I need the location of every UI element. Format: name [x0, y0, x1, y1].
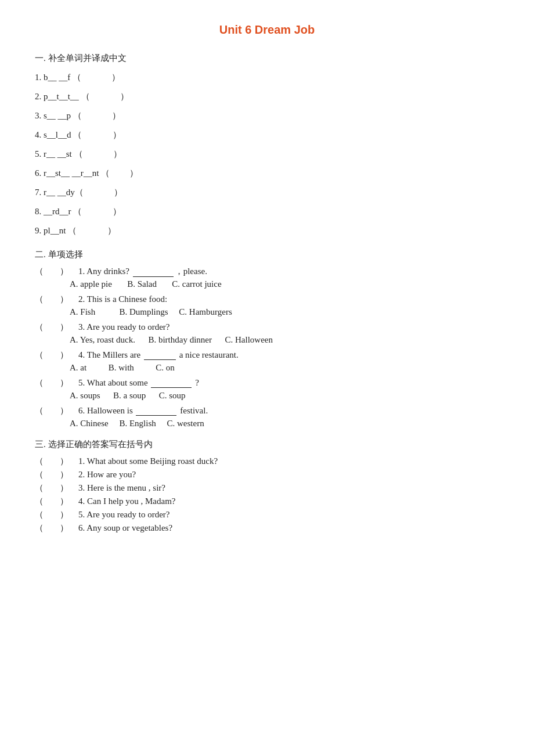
word-item-8: 8. __rd__r （ ）: [35, 204, 499, 219]
mc-question-1: （ ） 1. Any drinks? ，please.: [35, 266, 499, 277]
mc-num-5: 5. What about some ?: [78, 378, 199, 388]
word-item-6: 6. r__st__ __r__nt （ ）: [35, 165, 499, 181]
word-item-7: 7. r__ __dy（ ）: [35, 185, 499, 200]
word-item-3: 3. s__ __p （ ）: [35, 108, 499, 124]
section3-item-5: （ ） 5. Are you ready to order?: [35, 509, 499, 520]
word-items: 1. b__ __f （ ） 2. p__t__t__ （ ） 3. s__ _…: [35, 70, 499, 239]
mc-question-5: （ ） 5. What about some ?: [35, 377, 499, 388]
section3-item-6: （ ） 6. Any soup or vegetables?: [35, 523, 499, 534]
word-item-1: 1. b__ __f （ ）: [35, 70, 499, 85]
section3-header: 三. 选择正确的答案写在括号内: [35, 439, 499, 450]
mc-space-1: [51, 267, 60, 276]
mc-question-3: （ ） 3. Are you ready to order?: [35, 322, 499, 333]
mc-options-1: A. apple pie B. Salad C. carrot juice: [70, 279, 499, 289]
section3-item-2: （ ） 2. How are you?: [35, 469, 499, 480]
section3-questions: （ ） 1. What about some Beijing roast duc…: [35, 456, 499, 534]
word-item-9: 9. pl__nt （ ）: [35, 223, 499, 239]
mc-question-6: （ ） 6. Halloween is festival.: [35, 405, 499, 416]
section3-item-4: （ ） 4. Can I help you , Madam?: [35, 496, 499, 507]
section2-questions: （ ） 1. Any drinks? ，please. A. apple pie…: [35, 266, 499, 429]
mc-options-5: A. soups B. a soup C. soup: [70, 391, 499, 401]
mc-options-2: A. Fish B. Dumplings C. Hamburgers: [70, 307, 499, 317]
word-item-4: 4. s__l__d （ ）: [35, 127, 499, 143]
mc-paren-1: （: [35, 266, 50, 277]
mc-num-1: 1. Any drinks? ，please.: [78, 266, 207, 277]
mc-num-3: 3. Are you ready to order?: [78, 322, 169, 332]
section3-item-1: （ ） 1. What about some Beijing roast duc…: [35, 456, 499, 467]
mc-num-4: 4. The Millers are a nice restaurant.: [78, 350, 239, 360]
section3-item-3: （ ） 3. Here is the menu , sir?: [35, 483, 499, 494]
section1-header: 一. 补全单词并译成中文: [35, 53, 499, 64]
mc-num-6: 6. Halloween is festival.: [78, 406, 208, 416]
mc-options-4: A. at B. with C. on: [70, 363, 499, 373]
word-item-5: 5. r__ __st （ ）: [35, 146, 499, 162]
mc-question-4: （ ） 4. The Millers are a nice restaurant…: [35, 350, 499, 361]
mc-num-2: 2. This is a Chinese food:: [78, 294, 167, 304]
mc-options-6: A. Chinese B. English C. western: [70, 419, 499, 429]
section2-header: 二. 单项选择: [35, 249, 499, 260]
mc-options-3: A. Yes, roast duck. B. birthday dinner C…: [70, 335, 499, 345]
page-title: Unit 6 Dream Job: [35, 23, 499, 37]
mc-question-2: （ ） 2. This is a Chinese food:: [35, 294, 499, 305]
word-item-2: 2. p__t__t__ （ ）: [35, 89, 499, 105]
